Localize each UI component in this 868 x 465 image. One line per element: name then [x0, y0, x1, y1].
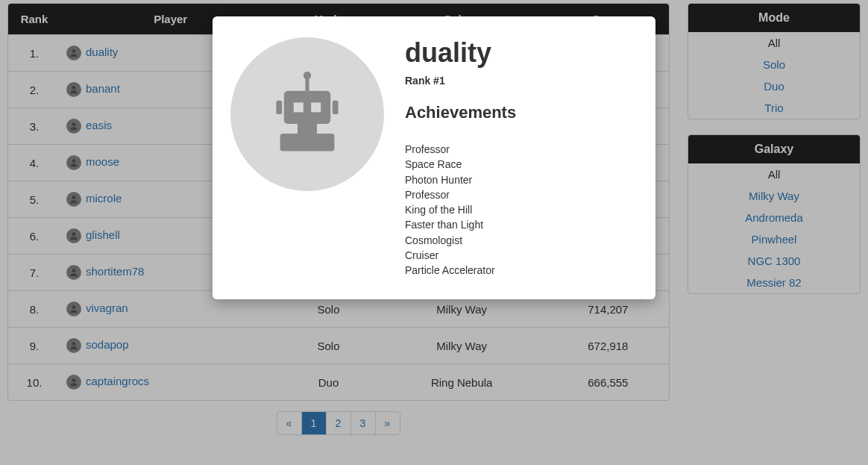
filter-item[interactable]: Messier 82: [688, 272, 860, 293]
galaxy-filter-title: Galaxy: [688, 135, 860, 163]
rank-cell: 10.: [8, 364, 60, 401]
rank-cell: 9.: [8, 328, 60, 364]
user-icon: [66, 46, 81, 60]
profile-avatar: [230, 37, 384, 191]
filter-item[interactable]: Pinwheel: [688, 228, 860, 250]
page-next[interactable]: »: [375, 411, 400, 435]
page-3[interactable]: 3: [350, 411, 376, 435]
achievement-item: Particle Accelerator: [405, 263, 635, 278]
mode-cell: Duo: [280, 364, 376, 401]
achievement-item: Professor: [405, 187, 635, 202]
user-icon: [66, 192, 81, 207]
score-cell: 666,555: [547, 364, 669, 401]
user-icon: [66, 302, 81, 316]
score-cell: 672,918: [547, 328, 669, 364]
user-icon: [66, 155, 81, 170]
user-icon: [66, 119, 81, 134]
user-icon: [66, 228, 81, 243]
rank-cell: 2.: [8, 72, 60, 108]
filter-item[interactable]: NGC 1300: [688, 250, 860, 272]
achievement-item: Faster than Light: [405, 217, 635, 232]
user-icon: [66, 338, 81, 353]
player-profile-popover: duality Rank #1 Achievements ProfessorSp…: [213, 16, 655, 299]
user-icon: [66, 375, 81, 390]
achievement-item: Space Race: [405, 157, 635, 172]
filter-item[interactable]: All: [688, 163, 860, 185]
galaxy-cell: Ring Nebula: [377, 364, 547, 401]
player-link[interactable]: easis: [86, 119, 112, 131]
achievements-list: ProfessorSpace RacePhoton HunterProfesso…: [405, 142, 635, 278]
page-2[interactable]: 2: [326, 411, 351, 435]
achievement-item: Photon Hunter: [405, 172, 635, 187]
filter-item[interactable]: Andromeda: [688, 207, 860, 228]
player-link[interactable]: glishell: [86, 228, 120, 241]
achievement-item: Professor: [405, 142, 635, 157]
player-link[interactable]: shortitem78: [86, 265, 144, 278]
profile-name: duality: [405, 37, 635, 69]
achievement-item: Cruiser: [405, 248, 635, 263]
player-link[interactable]: banant: [86, 82, 120, 95]
player-cell: sodapop: [60, 328, 280, 364]
page-1[interactable]: 1: [301, 411, 327, 435]
filter-item[interactable]: Trio: [688, 97, 860, 119]
table-row: 10.captaingrocsDuoRing Nebula666,555: [8, 364, 669, 401]
user-icon: [66, 82, 81, 97]
filter-item[interactable]: All: [688, 32, 860, 54]
galaxy-filter-panel: Galaxy AllMilky WayAndromedaPinwheelNGC …: [688, 134, 861, 294]
rank-cell: 4.: [8, 145, 60, 181]
rank-cell: 1.: [8, 35, 60, 72]
player-link[interactable]: moose: [86, 155, 119, 168]
filter-item[interactable]: Duo: [688, 75, 860, 97]
achievement-item: Cosmologist: [405, 233, 635, 248]
rank-cell: 3.: [8, 108, 60, 145]
player-link[interactable]: duality: [86, 46, 118, 58]
player-cell: captaingrocs: [60, 364, 280, 401]
achievements-heading: Achievements: [405, 103, 635, 122]
achievement-item: King of the Hill: [405, 202, 635, 217]
galaxy-cell: Milky Way: [377, 328, 547, 364]
rank-cell: 7.: [8, 255, 60, 291]
table-row: 9.sodapopSoloMilky Way672,918: [8, 328, 669, 364]
page-prev[interactable]: «: [277, 411, 302, 435]
mode-cell: Solo: [280, 328, 376, 364]
player-link[interactable]: vivagran: [86, 302, 128, 314]
rank-cell: 5.: [8, 181, 60, 218]
player-link[interactable]: captaingrocs: [86, 375, 149, 387]
filter-item[interactable]: Solo: [688, 54, 860, 75]
user-icon: [66, 265, 81, 280]
filter-item[interactable]: Milky Way: [688, 185, 860, 207]
pagination: « 1 2 3 »: [7, 411, 670, 435]
col-rank: Rank: [8, 4, 60, 35]
player-link[interactable]: microle: [86, 192, 122, 205]
rank-cell: 8.: [8, 291, 60, 328]
player-link[interactable]: sodapop: [86, 338, 129, 351]
profile-rank: Rank #1: [405, 75, 635, 87]
mode-filter-panel: Mode AllSoloDuoTrio: [688, 3, 861, 119]
robot-icon: [259, 66, 356, 163]
mode-filter-title: Mode: [688, 4, 860, 32]
rank-cell: 6.: [8, 218, 60, 255]
